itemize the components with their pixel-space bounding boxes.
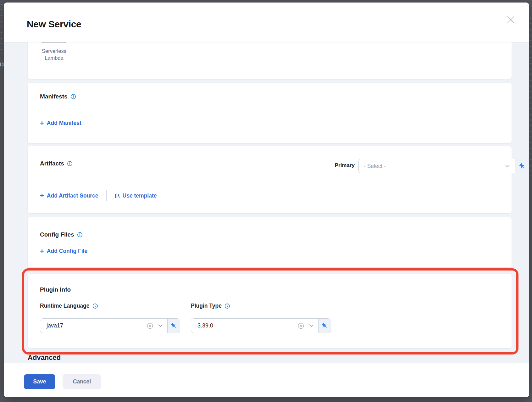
add-artifact-source-button[interactable]: Add Artifact Source bbox=[40, 193, 98, 199]
plus-icon bbox=[40, 193, 44, 198]
plugin-type-input[interactable] bbox=[191, 319, 297, 333]
pin-icon bbox=[321, 322, 328, 329]
primary-artifact-select-value: - Select - bbox=[364, 163, 505, 170]
artifacts-section: Artifacts Primary - Select - bbox=[28, 146, 512, 213]
info-icon[interactable] bbox=[92, 303, 98, 309]
template-icon bbox=[114, 193, 120, 198]
clear-icon[interactable] bbox=[297, 322, 304, 329]
pin-icon bbox=[170, 322, 177, 329]
plugin-type-combobox bbox=[191, 318, 331, 333]
manifests-section: Manifests Add Manifest bbox=[28, 83, 512, 143]
plugin-info-heading: Plugin Info bbox=[40, 286, 71, 293]
primary-artifact-label: Primary bbox=[331, 162, 355, 169]
add-manifest-button[interactable]: Add Manifest bbox=[40, 120, 81, 126]
save-button[interactable]: Save bbox=[24, 374, 55, 389]
plugin-type-label: Plugin Type bbox=[191, 303, 222, 309]
chevron-down-icon[interactable] bbox=[505, 165, 510, 168]
clear-icon[interactable] bbox=[147, 322, 153, 329]
close-button[interactable] bbox=[505, 14, 517, 26]
add-config-file-label: Add Config File bbox=[47, 248, 87, 254]
primary-artifact-select-field[interactable]: - Select - bbox=[359, 159, 515, 173]
advanced-heading: Advanced bbox=[28, 354, 61, 362]
screen: DI Serverless Lambda Manifests Add Manif… bbox=[0, 0, 532, 402]
use-template-label: Use template bbox=[123, 193, 157, 199]
config-files-heading: Config Files bbox=[40, 231, 74, 238]
chevron-down-icon[interactable] bbox=[158, 324, 163, 327]
cancel-button[interactable]: Cancel bbox=[63, 374, 101, 389]
backdrop-text-fragment: DI bbox=[0, 62, 3, 69]
backdrop-dotted-edge-left bbox=[1, 4, 2, 54]
use-template-button[interactable]: Use template bbox=[114, 193, 157, 199]
primary-pin-button[interactable] bbox=[515, 159, 529, 173]
primary-artifact-select: - Select - bbox=[358, 159, 529, 173]
plugin-type-pin-button[interactable] bbox=[318, 319, 331, 333]
manifests-heading: Manifests bbox=[40, 93, 68, 100]
info-icon[interactable] bbox=[224, 303, 230, 309]
runtime-language-combobox bbox=[40, 318, 180, 333]
modal-footer: Save Cancel bbox=[4, 363, 529, 397]
chevron-down-icon[interactable] bbox=[309, 324, 313, 327]
info-icon[interactable] bbox=[67, 161, 73, 166]
add-manifest-label: Add Manifest bbox=[47, 120, 81, 126]
close-icon bbox=[507, 16, 515, 24]
plus-icon bbox=[40, 120, 44, 126]
runtime-language-label: Runtime Language bbox=[40, 303, 90, 309]
plugin-info-section: Plugin Info Runtime Language Plugin Type bbox=[28, 274, 512, 348]
plus-icon bbox=[40, 248, 44, 254]
runtime-language-pin-button[interactable] bbox=[167, 319, 180, 333]
info-icon[interactable] bbox=[77, 232, 83, 237]
add-config-file-button[interactable]: Add Config File bbox=[40, 248, 87, 254]
artifacts-heading: Artifacts bbox=[40, 160, 64, 167]
modal-header: New Service bbox=[4, 3, 529, 42]
add-artifact-source-label: Add Artifact Source bbox=[47, 193, 98, 199]
page-title: New Service bbox=[27, 19, 81, 30]
divider bbox=[106, 190, 107, 201]
deployment-type-tile-label: Serverless Lambda bbox=[37, 47, 71, 61]
info-icon[interactable] bbox=[70, 94, 76, 99]
new-service-modal: Serverless Lambda Manifests Add Manifest… bbox=[4, 3, 529, 397]
pin-icon bbox=[519, 163, 526, 170]
backdrop-dotted-edge-right bbox=[530, 18, 531, 176]
runtime-language-input[interactable] bbox=[40, 319, 147, 333]
config-files-section: Config Files Add Config File bbox=[28, 217, 512, 267]
